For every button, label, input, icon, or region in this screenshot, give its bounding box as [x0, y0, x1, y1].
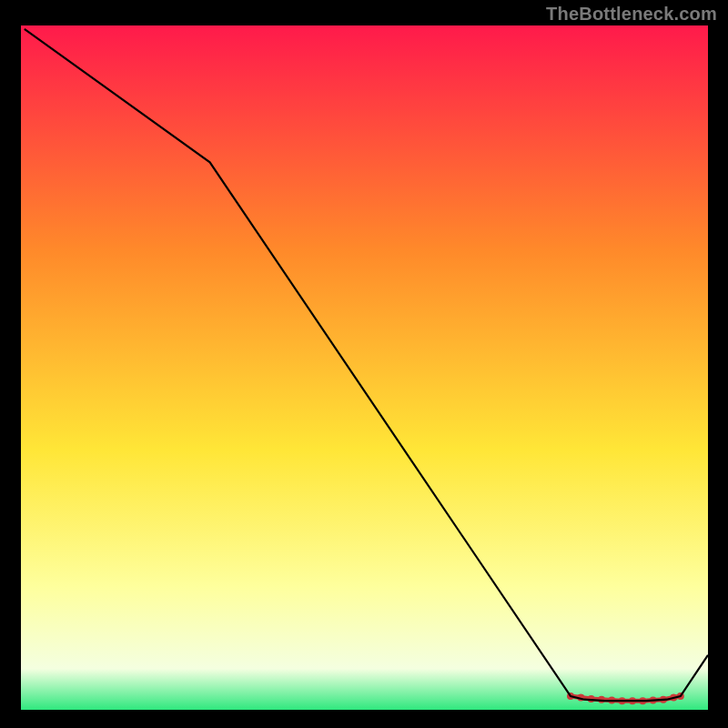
plot-svg [0, 0, 728, 728]
plot-background [21, 25, 708, 710]
chart-frame: TheBottleneck.com [0, 0, 728, 728]
watermark-text: TheBottleneck.com [546, 4, 717, 25]
